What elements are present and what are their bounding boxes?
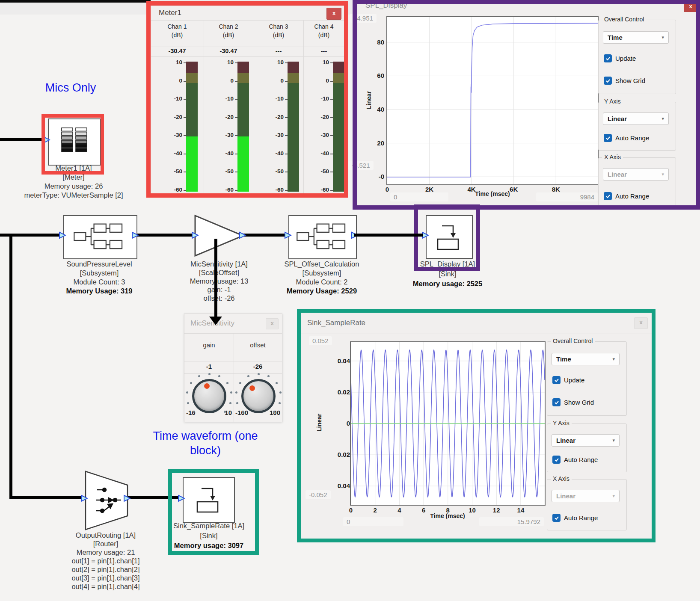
router-input-pin[interactable] bbox=[80, 494, 88, 504]
selected-value: Time bbox=[608, 34, 623, 41]
update-checkbox[interactable]: Update bbox=[552, 376, 584, 384]
x-tick-label: 8 bbox=[439, 506, 457, 514]
x-axis-group-label: X Axis bbox=[551, 475, 572, 482]
sink-x-start-readout: 0 bbox=[343, 517, 403, 526]
knob-value-gain: -1 bbox=[184, 363, 234, 370]
block-label-line: Memory usage: 2525 bbox=[413, 279, 482, 289]
show-grid-checkbox[interactable]: Show Grid bbox=[552, 398, 594, 406]
offset-knob[interactable] bbox=[241, 379, 276, 413]
block-soundpressurelevel[interactable] bbox=[63, 215, 137, 259]
gain-knob[interactable] bbox=[192, 379, 226, 413]
meter-scale-tick-label: 0 bbox=[157, 77, 182, 84]
auto-range-checkbox[interactable]: Auto Range bbox=[552, 514, 598, 522]
block-spl-display[interactable] bbox=[426, 215, 473, 259]
knob-label-offset: offset bbox=[234, 341, 282, 349]
meter-scale-tick-label: -60 bbox=[209, 187, 234, 193]
subsystem-icon bbox=[71, 222, 127, 252]
selected-value: Linear bbox=[608, 171, 627, 178]
sink-input-pin[interactable] bbox=[178, 494, 185, 504]
knob-tick-dot bbox=[267, 375, 270, 377]
spl-input-pin[interactable] bbox=[59, 231, 66, 241]
knob-value-offset: -26 bbox=[234, 363, 282, 370]
x-mode-select[interactable]: Linear▾ bbox=[552, 490, 620, 502]
knob-tick-dot bbox=[279, 391, 282, 394]
auto-range-checkbox[interactable]: Auto Range bbox=[604, 192, 649, 200]
chevron-down-icon: ▾ bbox=[612, 356, 615, 362]
auto-range-checkbox[interactable]: Auto Range bbox=[604, 134, 649, 142]
x-axis-group: X AxisLinear▾Auto Range bbox=[598, 157, 676, 209]
checkbox-checked bbox=[552, 514, 561, 522]
mode-select[interactable]: Time▾ bbox=[603, 31, 669, 44]
knob-tick-dot bbox=[187, 402, 189, 404]
knob-tick-dot bbox=[193, 411, 195, 413]
wire-input-to-meter[interactable] bbox=[0, 138, 44, 141]
top-black-bar bbox=[0, 0, 151, 3]
x-tick-label: 2 bbox=[366, 506, 385, 514]
annotation-time-waveform: Time waveform (one block) bbox=[141, 429, 270, 458]
label-micsensitivity: MicSensitivity [1A][ScaleOffset]Memory u… bbox=[190, 260, 249, 302]
spl-display-window-title: SPL_Display bbox=[365, 1, 407, 10]
micsensitivity-close-button[interactable]: x bbox=[266, 318, 279, 329]
meter-scale-tick-label: -50 bbox=[209, 168, 234, 175]
divider bbox=[184, 333, 282, 334]
wire-spl-to-micsens[interactable] bbox=[132, 234, 192, 237]
wire-branch-vertical[interactable] bbox=[9, 235, 12, 499]
meter1-close-button[interactable]: x bbox=[326, 8, 341, 20]
awe-designer-canvas: Meter1 [1A][Meter]Memory usage: 26meterT… bbox=[0, 0, 700, 601]
block-label-line: Memory usage: 13 bbox=[190, 277, 249, 285]
wire-offset-to-display[interactable] bbox=[354, 234, 423, 237]
sink-plot-area[interactable] bbox=[350, 341, 546, 506]
checkbox-checked bbox=[604, 134, 612, 142]
sink-y-min: -0.052 bbox=[306, 490, 331, 499]
block-label-line: Memory usage: 3097 bbox=[173, 541, 244, 551]
spl-plot-area[interactable] bbox=[386, 16, 599, 185]
block-sink-samplerate[interactable] bbox=[183, 477, 235, 523]
block-label-line: Memory Usage: 319 bbox=[66, 287, 133, 296]
x-tick-label: 4 bbox=[390, 506, 409, 514]
micsens-input-pin[interactable] bbox=[191, 231, 199, 241]
offset-input-pin[interactable] bbox=[284, 231, 292, 241]
knob-tick-dot bbox=[276, 382, 278, 384]
spl-y-axis-label: Linear bbox=[365, 74, 372, 126]
block-label-line: [ScaleOffset] bbox=[190, 268, 249, 277]
show-grid-checkbox[interactable]: Show Grid bbox=[604, 77, 645, 85]
checkbox-label: Show Grid bbox=[564, 399, 594, 406]
y-mode-select[interactable]: Linear▾ bbox=[603, 113, 669, 125]
block-spl-offset-calculation[interactable] bbox=[288, 215, 357, 259]
mode-select[interactable]: Time▾ bbox=[552, 353, 620, 365]
update-checkbox[interactable]: Update bbox=[604, 54, 636, 62]
x-tick-label: 14 bbox=[511, 506, 530, 514]
overall-group: Overall ControlTime▾UpdateShow Grid bbox=[547, 341, 627, 416]
knob-tick-dot bbox=[236, 402, 238, 404]
meter-bar-olive-zone bbox=[186, 73, 198, 83]
meter1-input-pin[interactable] bbox=[43, 136, 50, 145]
meter-scale-tick-label: -20 bbox=[304, 114, 329, 120]
spl-display-close-button[interactable]: x bbox=[684, 1, 697, 12]
block-micsensitivity-triangle[interactable] bbox=[194, 214, 245, 258]
wire-input-to-spl[interactable] bbox=[0, 234, 60, 237]
overall-group: Overall ControlTime▾UpdateShow Grid bbox=[598, 20, 676, 94]
meter-bar-red-zone bbox=[333, 62, 344, 73]
wire-micsens-to-offset[interactable] bbox=[242, 234, 285, 237]
meter-bar-olive-zone bbox=[288, 73, 299, 83]
block-label-line: out[1] = pin[1].chan[1] bbox=[71, 557, 139, 565]
spl-output-pin[interactable] bbox=[131, 231, 139, 241]
block-meter1[interactable] bbox=[48, 118, 101, 166]
router-output-pin[interactable] bbox=[123, 494, 131, 504]
meter-icon bbox=[50, 119, 99, 163]
auto-range-checkbox[interactable]: Auto Range bbox=[552, 456, 598, 464]
block-label-line: Memory Usage: 2529 bbox=[285, 287, 359, 296]
block-label-line: SPL_Offset_Calculation bbox=[285, 260, 359, 269]
checkbox-checked bbox=[604, 192, 612, 200]
knob-tick-dot bbox=[190, 382, 192, 384]
checkbox-label: Auto Range bbox=[615, 192, 649, 200]
y-mode-select[interactable]: Linear▾ bbox=[552, 434, 620, 447]
sink-samplerate-close-button[interactable]: x bbox=[634, 317, 648, 329]
wire-branch-to-router[interactable] bbox=[9, 496, 82, 499]
x-mode-select[interactable]: Linear▾ bbox=[603, 168, 669, 181]
wire-router-to-sink[interactable] bbox=[127, 496, 179, 499]
block-outputrouting-trapezoid[interactable] bbox=[84, 470, 129, 531]
label-sink-samplerate: Sink_SampleRate [1A][Sink]Memory usage: … bbox=[173, 521, 244, 551]
checkbox-label: Show Grid bbox=[615, 77, 645, 84]
micsens-output-pin[interactable] bbox=[239, 231, 246, 241]
